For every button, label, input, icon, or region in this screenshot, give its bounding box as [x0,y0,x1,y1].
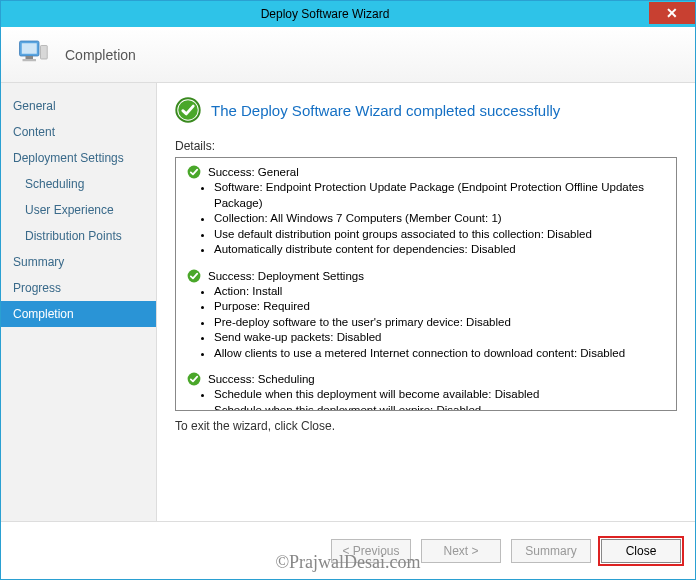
computer-icon [15,35,51,74]
sidebar-item-user-experience[interactable]: User Experience [1,197,156,223]
window-title: Deploy Software Wizard [1,7,649,21]
list-item: Send wake-up packets: Disabled [214,330,666,346]
list-item: Schedule when this deployment will expir… [214,403,666,411]
sidebar-item-general[interactable]: General [1,93,156,119]
previous-button: < Previous [331,539,411,563]
exit-hint: To exit the wizard, click Close. [175,419,677,433]
sidebar-item-distribution-points[interactable]: Distribution Points [1,223,156,249]
list-item: Pre-deploy software to the user's primar… [214,315,666,331]
list-item: Software: Endpoint Protection Update Pac… [214,180,666,211]
section-title: Success: Deployment Settings [208,270,364,282]
wizard-footer: < Previous Next > Summary Close ©Prajwal… [1,521,695,579]
sidebar-item-progress[interactable]: Progress [1,275,156,301]
list-item: Collection: All Windows 7 Computers (Mem… [214,211,666,227]
wizard-header: Completion [1,27,695,83]
details-box[interactable]: Success: GeneralSoftware: Endpoint Prote… [175,157,677,411]
section-heading: Success: Scheduling [186,371,666,387]
sidebar-item-scheduling[interactable]: Scheduling [1,171,156,197]
sidebar-item-content[interactable]: Content [1,119,156,145]
content-pane: The Deploy Software Wizard completed suc… [157,83,695,521]
sidebar-item-summary[interactable]: Summary [1,249,156,275]
sidebar-nav: GeneralContentDeployment SettingsSchedul… [1,83,157,521]
list-item: Schedule when this deployment will becom… [214,387,666,403]
next-button: Next > [421,539,501,563]
titlebar: Deploy Software Wizard ✕ [1,1,695,27]
list-item: Action: Install [214,284,666,300]
section-list: Schedule when this deployment will becom… [214,387,666,411]
section-list: Software: Endpoint Protection Update Pac… [214,180,666,258]
success-icon [175,97,201,123]
section-title: Success: General [208,166,299,178]
details-section: Success: Deployment SettingsAction: Inst… [186,268,666,362]
details-section: Success: SchedulingSchedule when this de… [186,371,666,411]
svg-rect-2 [26,56,34,59]
completion-heading: The Deploy Software Wizard completed suc… [211,102,560,119]
summary-button: Summary [511,539,591,563]
list-item: Purpose: Required [214,299,666,315]
svg-rect-3 [23,59,37,61]
section-heading: Success: Deployment Settings [186,268,666,284]
wizard-body: GeneralContentDeployment SettingsSchedul… [1,83,695,521]
details-section: Success: GeneralSoftware: Endpoint Prote… [186,164,666,258]
close-window-button[interactable]: ✕ [649,2,695,24]
sidebar-item-completion[interactable]: Completion [1,301,156,327]
list-item: Allow clients to use a metered Internet … [214,346,666,362]
svg-rect-1 [22,43,37,54]
details-label: Details: [175,139,677,153]
section-heading: Success: General [186,164,666,180]
section-title: Success: Scheduling [208,373,315,385]
sidebar-item-deployment-settings[interactable]: Deployment Settings [1,145,156,171]
section-list: Action: InstallPurpose: RequiredPre-depl… [214,284,666,362]
close-icon: ✕ [666,6,678,20]
close-button[interactable]: Close [601,539,681,563]
list-item: Use default distribution point groups as… [214,227,666,243]
svg-rect-4 [41,46,48,60]
status-heading-row: The Deploy Software Wizard completed suc… [175,97,677,123]
wizard-window: Deploy Software Wizard ✕ Completion Gene… [0,0,696,580]
list-item: Automatically distribute content for dep… [214,242,666,258]
page-title: Completion [65,47,136,63]
